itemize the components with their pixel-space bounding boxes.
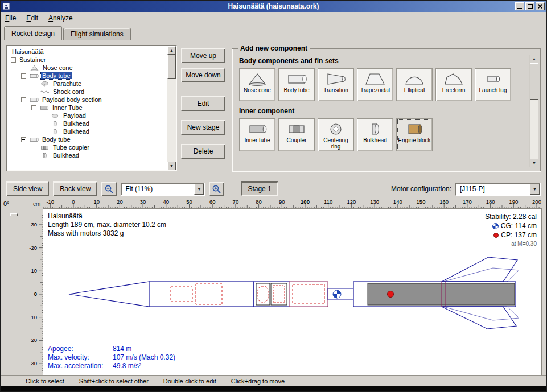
rocket-canvas[interactable]: Haisunäätä Length 189 cm, max. diameter …	[43, 209, 541, 375]
tree-item-payload-body-section[interactable]: Payload body section	[7, 96, 167, 104]
add-centering-ring-button[interactable]: Centering ring	[318, 118, 354, 151]
rocket-mass: Mass with motors 3832 g	[48, 229, 166, 238]
tree-scrollbar[interactable]: ▲ ▼	[167, 46, 176, 170]
rotation-slider[interactable]	[13, 213, 14, 368]
hint-shift-click: Shift+click to select other	[79, 378, 149, 385]
parachute-icon	[39, 81, 50, 87]
close-icon	[538, 4, 542, 9]
bulkhead-icon	[50, 121, 60, 127]
coupler-section-shape	[289, 282, 328, 307]
tree-item-tube-coupler[interactable]: Tube coupler	[7, 143, 167, 151]
component-scrollbar-track[interactable]	[530, 63, 538, 159]
collapse-toggle-icon[interactable]	[21, 97, 26, 102]
add-freeform-button[interactable]: Freeform	[435, 68, 472, 101]
scroll-up-icon[interactable]: ▲	[167, 46, 176, 55]
horizontal-ruler: -100102030405060708090100110120130140150…	[43, 199, 541, 209]
tree-item-sustainer[interactable]: Sustainer	[7, 56, 167, 64]
zoom-out-icon	[104, 184, 114, 194]
tree-item-label: Bulkhead	[62, 128, 91, 135]
bottom-fin-shape	[442, 307, 516, 329]
add-elliptical-button[interactable]: Elliptical	[396, 68, 433, 101]
menu-file[interactable]: File	[5, 14, 16, 22]
add-launch-lug-button[interactable]: Launch lug	[475, 68, 511, 101]
cg-icon	[492, 223, 499, 229]
body-tube-icon	[28, 97, 39, 103]
zoom-out-button[interactable]	[101, 182, 117, 196]
side-view-button[interactable]: Side view	[6, 181, 49, 196]
add-engine-block-button[interactable]: Engine block	[396, 118, 433, 151]
tree-item-body-tube[interactable]: Body tube	[7, 135, 167, 143]
tree-item-label: Bulkhead	[62, 120, 91, 127]
tree-item-inner-tube[interactable]: Inner Tube	[7, 104, 167, 112]
scroll-up-icon[interactable]: ▲	[530, 55, 538, 63]
tab-flight-simulations[interactable]: Flight simulations	[63, 28, 131, 40]
tree-actions: Move up Move down Edit New stage Delete	[177, 45, 229, 171]
inner-tube-icon	[39, 105, 50, 111]
add-body-tube-button[interactable]: Body tube	[278, 68, 315, 101]
body-tube-icon	[28, 137, 39, 143]
tree-scrollbar-thumb[interactable]	[167, 55, 176, 79]
chevron-down-icon[interactable]: ▼	[194, 184, 204, 195]
add-component-title: Add new component	[238, 44, 310, 52]
menu-analyze[interactable]: Analyze	[48, 14, 73, 22]
move-up-button[interactable]: Move up	[181, 48, 225, 63]
svg-text:40: 40	[163, 199, 170, 205]
maximize-button[interactable]	[525, 2, 534, 10]
component-scrollbar[interactable]: ▲ ▼	[529, 55, 538, 167]
collapse-toggle-icon[interactable]	[21, 73, 26, 79]
delete-button[interactable]: Delete	[181, 144, 225, 159]
velocity-label: Max. velocity:	[48, 353, 113, 362]
hint-drag: Click+drag to move	[231, 378, 285, 385]
tree-item-body-tube[interactable]: Body tube	[7, 72, 167, 80]
svg-text:110: 110	[324, 199, 332, 205]
tree-item-haisun-t[interactable]: Haisunäätä	[7, 48, 167, 56]
tree-item-bulkhead[interactable]: Bulkhead	[7, 127, 167, 135]
bulkhead-icon	[364, 121, 386, 137]
payload-icon	[50, 113, 60, 119]
add-coupler-button[interactable]: Coupler	[278, 118, 315, 151]
scroll-down-icon[interactable]: ▼	[167, 162, 176, 170]
tree-item-parachute[interactable]: Parachute	[7, 80, 167, 88]
minimize-button[interactable]	[515, 2, 524, 10]
shock-cord-icon	[39, 89, 50, 95]
add-transition-button[interactable]: Transition	[318, 68, 354, 101]
svg-text:-20: -20	[29, 245, 37, 251]
component-scrollbar-thumb[interactable]	[530, 63, 538, 100]
tree-scrollbar-track[interactable]	[167, 55, 176, 162]
tree-item-bulkhead[interactable]: Bulkhead	[7, 151, 167, 159]
menu-edit[interactable]: Edit	[26, 14, 38, 22]
add-trapezoidal-button[interactable]: Trapezoidal	[357, 68, 393, 101]
motor-config-select[interactable]: [J115-P] ▼	[455, 183, 541, 196]
add-bulkhead-button[interactable]: Bulkhead	[357, 118, 393, 151]
back-view-button[interactable]: Back view	[53, 181, 97, 196]
zoom-select[interactable]: Fit (11%) ▼	[121, 183, 205, 196]
component-label: Freeform	[437, 87, 471, 93]
add-nose-cone-button[interactable]: Nose cone	[239, 68, 275, 101]
svg-text:50: 50	[186, 199, 192, 205]
tree-item-payload[interactable]: Payload	[7, 112, 167, 119]
rotation-slider-handle[interactable]	[10, 213, 18, 216]
add-inner-tube-button[interactable]: Inner tube	[239, 118, 275, 151]
scroll-down-icon[interactable]: ▼	[530, 159, 538, 167]
vertical-ruler: -30-20-100102030	[28, 209, 43, 375]
tree-item-label: Bulkhead	[52, 152, 80, 159]
svg-text:30: 30	[140, 199, 146, 205]
tree-item-bulkhead[interactable]: Bulkhead	[7, 119, 167, 127]
tree-item-label: Payload body section	[41, 96, 103, 103]
edit-button[interactable]: Edit	[181, 96, 225, 111]
move-down-button[interactable]: Move down	[181, 68, 225, 82]
rocket-info: Haisunäätä Length 189 cm, max. diameter …	[48, 212, 166, 238]
collapse-toggle-icon[interactable]	[21, 137, 26, 142]
zoom-in-button[interactable]	[209, 182, 224, 196]
svg-text:100: 100	[301, 199, 310, 205]
tree-item-shock-cord[interactable]: Shock cord	[7, 88, 167, 96]
acceleration-value: 49.8 m/s²	[113, 362, 141, 370]
new-stage-button[interactable]: New stage	[181, 120, 225, 135]
chevron-down-icon[interactable]: ▼	[530, 184, 540, 195]
tab-rocket-design[interactable]: Rocket design	[4, 26, 62, 40]
stage-1-toggle[interactable]: Stage 1	[241, 181, 278, 196]
collapse-toggle-icon[interactable]	[11, 57, 16, 63]
tree-item-nose-cone[interactable]: Nose cone	[7, 64, 167, 72]
close-button[interactable]	[536, 2, 545, 10]
collapse-toggle-icon[interactable]	[31, 105, 36, 110]
